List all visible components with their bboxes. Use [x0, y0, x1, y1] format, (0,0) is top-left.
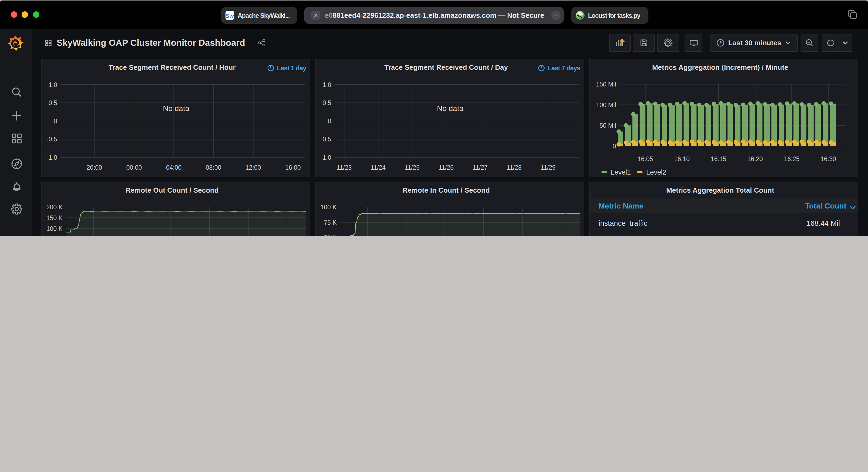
svg-text:16:25: 16:25 [784, 155, 800, 162]
svg-text:11/26: 11/26 [439, 164, 454, 171]
svg-text:11/25: 11/25 [405, 164, 420, 171]
svg-text:Metrics Aggregation Total Coun: Metrics Aggregation Total Count [666, 186, 774, 194]
svg-text:-0.5: -0.5 [320, 136, 331, 142]
svg-text:Trace Segment Received Count /: Trace Segment Received Count / Day [384, 63, 508, 71]
svg-text:16:30: 16:30 [820, 155, 836, 162]
svg-text:16:15: 16:15 [711, 155, 726, 162]
svg-text:1.0: 1.0 [49, 81, 57, 88]
svg-text:Level2: Level2 [646, 168, 666, 176]
svg-text:Metric Name: Metric Name [598, 202, 644, 210]
svg-text:Last 1 day: Last 1 day [277, 64, 307, 71]
svg-text:Metrics Aggregation (Increment: Metrics Aggregation (Increment) / Minute [652, 63, 788, 71]
svg-text:instance_traffic: instance_traffic [598, 219, 647, 227]
svg-text:50 Mil: 50 Mil [600, 122, 616, 129]
svg-text:11/29: 11/29 [540, 164, 556, 171]
svg-text:16:20: 16:20 [747, 155, 763, 162]
svg-text:0: 0 [54, 117, 57, 125]
svg-text:11/27: 11/27 [472, 164, 488, 171]
svg-text:1.0: 1.0 [322, 81, 331, 88]
svg-text:No data: No data [437, 104, 463, 112]
svg-text:20:00: 20:00 [87, 164, 102, 171]
svg-text:12:00: 12:00 [245, 164, 261, 171]
svg-text:Last 7 days: Last 7 days [548, 64, 580, 71]
svg-text:Remote In Count / Second: Remote In Count / Second [402, 186, 490, 194]
svg-text:100 K: 100 K [46, 225, 63, 232]
svg-text:0: 0 [328, 117, 331, 125]
svg-text:16:05: 16:05 [638, 155, 653, 162]
svg-text:No data: No data [163, 104, 189, 112]
svg-text:-0.5: -0.5 [46, 136, 57, 142]
svg-text:04:00: 04:00 [166, 164, 182, 171]
svg-text:16:00: 16:00 [285, 164, 301, 171]
svg-text:50 K: 50 K [324, 234, 337, 236]
svg-text:Remote Out Count / Second: Remote Out Count / Second [125, 186, 218, 194]
svg-text:200 K: 200 K [46, 204, 63, 211]
svg-text:100 Mil: 100 Mil [596, 101, 616, 108]
svg-text:Level1: Level1 [611, 168, 631, 176]
svg-text:0.5: 0.5 [322, 99, 331, 106]
svg-text:150 Mil: 150 Mil [596, 80, 616, 88]
svg-text:150 K: 150 K [46, 214, 63, 222]
svg-text:-1.0: -1.0 [46, 154, 57, 161]
svg-text:16:10: 16:10 [674, 155, 690, 162]
svg-text:08:00: 08:00 [206, 164, 221, 171]
svg-text:-1.0: -1.0 [320, 154, 331, 161]
svg-text:11/28: 11/28 [506, 164, 522, 171]
svg-text:Total Count: Total Count [805, 202, 846, 210]
svg-text:00:00: 00:00 [126, 164, 142, 171]
svg-text:0.5: 0.5 [49, 99, 57, 106]
svg-text:Trace Segment Received Count /: Trace Segment Received Count / Hour [108, 63, 236, 71]
svg-text:11/23: 11/23 [337, 164, 352, 171]
svg-text:168.44 Mil: 168.44 Mil [806, 219, 840, 227]
svg-text:0: 0 [613, 142, 616, 149]
svg-text:75 K: 75 K [324, 219, 337, 226]
svg-text:100 K: 100 K [320, 204, 337, 211]
svg-text:11/24: 11/24 [371, 164, 386, 171]
